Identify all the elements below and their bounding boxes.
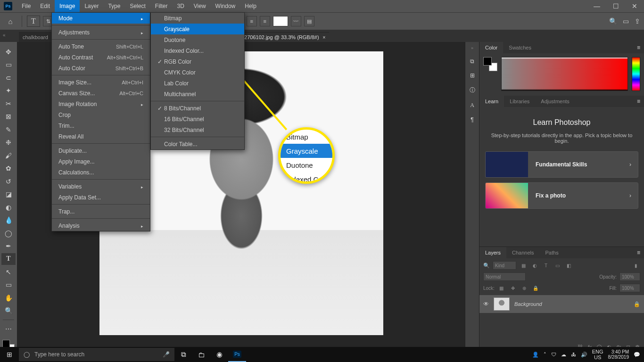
menu-reveal-all[interactable]: Reveal All [52, 131, 150, 142]
eraser-tool[interactable]: ◪ [1, 188, 16, 200]
properties-panel-icon[interactable]: ⊞ [470, 72, 475, 79]
menu-file[interactable]: File [17, 0, 35, 12]
tray-language[interactable]: ENGUS [592, 349, 603, 360]
search-icon[interactable]: 🔍 [609, 17, 617, 25]
magic-wand-tool[interactable]: ✦ [1, 84, 16, 96]
edit-toolbar[interactable]: ⋯ [1, 323, 16, 335]
lasso-tool[interactable]: ⊂ [1, 72, 16, 83]
menu-filter[interactable]: Filter [150, 0, 173, 12]
mode-32bit[interactable]: 32 Bits/Channel [151, 124, 244, 135]
menu-3d[interactable]: 3D [172, 0, 189, 12]
taskbar-search[interactable]: ◯ Type here to search 🎤 [19, 348, 174, 361]
tray-security-icon[interactable]: 🛡 [551, 352, 556, 357]
color-fgbg[interactable] [483, 57, 497, 71]
mic-icon[interactable]: 🎤 [163, 351, 170, 358]
libraries-tab[interactable]: Libraries [504, 96, 535, 107]
clone-tool[interactable]: ✿ [1, 162, 16, 174]
photoshop-taskbar-icon[interactable]: Ps [228, 347, 246, 362]
mode-bitmap[interactable]: Bitmap [151, 13, 244, 24]
mode-color-table[interactable]: Color Table... [151, 139, 244, 149]
align-right-button[interactable]: ≡ [260, 16, 270, 26]
character-panel-icon[interactable]: A [470, 102, 474, 109]
task-view-icon[interactable]: ⧉ [174, 347, 192, 362]
layers-tab[interactable]: Layers [479, 247, 506, 258]
filter-adjust-icon[interactable]: ◐ [530, 262, 539, 269]
learn-card-fixphoto[interactable]: Fix a photo › [485, 182, 638, 209]
menu-calculations[interactable]: Calculations... [52, 167, 150, 178]
menu-image[interactable]: Image [55, 0, 80, 12]
layer-row-background[interactable]: 👁 Background 🔒 [479, 295, 644, 313]
swatches-tab[interactable]: Swatches [503, 42, 537, 53]
frame-tool[interactable]: ⊠ [1, 110, 16, 122]
layer-filter-input[interactable] [493, 261, 516, 270]
color-field[interactable] [501, 57, 628, 91]
layer-thumbnail[interactable] [494, 297, 510, 311]
menu-canvas-size[interactable]: Canvas Size...Alt+Ctrl+C [52, 88, 150, 99]
mode-rgb[interactable]: ✓RGB Color [151, 56, 244, 67]
expand-dock-icon[interactable]: » [471, 46, 473, 50]
filter-toggle[interactable]: ▮ [632, 262, 640, 269]
minimize-button[interactable]: — [587, 2, 606, 10]
menu-view[interactable]: View [189, 0, 211, 12]
tray-cloud-icon[interactable]: ☁ [561, 352, 566, 358]
hand-tool[interactable]: ✋ [1, 292, 16, 304]
collapse-tabs-icon[interactable]: « [3, 33, 6, 38]
blend-mode-dd[interactable] [483, 272, 526, 281]
lock-pixels-icon[interactable]: ▦ [497, 284, 506, 292]
move-tool[interactable]: ✥ [1, 46, 16, 58]
menu-apply-data-set[interactable]: Apply Data Set... [52, 192, 150, 203]
channels-tab[interactable]: Channels [506, 247, 539, 258]
menu-help[interactable]: Help [240, 0, 261, 12]
close-tab-icon[interactable]: × [323, 35, 326, 40]
start-button[interactable]: ⊞ [0, 351, 19, 358]
tray-clock[interactable]: 3:40 PM8/28/2019 [608, 349, 629, 360]
opacity-input[interactable] [619, 272, 640, 281]
tray-up-icon[interactable]: ˄ [544, 352, 546, 358]
menu-trim[interactable]: Trim... [52, 120, 150, 131]
marquee-tool[interactable]: ▭ [1, 58, 16, 70]
maximize-button[interactable]: ☐ [606, 2, 625, 10]
menu-select[interactable]: Select [125, 0, 150, 12]
menu-duplicate[interactable]: Duplicate... [52, 145, 150, 156]
close-button[interactable]: ✕ [625, 2, 644, 10]
fill-input[interactable] [619, 284, 640, 292]
warp-text-button[interactable]: 〰 [291, 16, 301, 26]
menu-adjustments[interactable]: Adjustments [52, 27, 150, 38]
character-panel-button[interactable]: ▤ [304, 16, 314, 26]
history-brush-tool[interactable]: ↺ [1, 175, 16, 187]
type-tool[interactable]: T [1, 253, 16, 265]
menu-type[interactable]: Type [103, 0, 125, 12]
blur-tool[interactable]: 💧 [1, 214, 16, 226]
home-button[interactable]: ⌂ [4, 16, 17, 27]
file-explorer-icon[interactable]: 🗀 [192, 347, 210, 362]
menu-trap[interactable]: Trap... [52, 206, 150, 217]
mode-8bit[interactable]: ✓8 Bits/Channel [151, 103, 244, 114]
menu-window[interactable]: Window [211, 0, 240, 12]
menu-auto-contrast[interactable]: Auto ContrastAlt+Shift+Ctrl+L [52, 52, 150, 63]
mode-16bit[interactable]: 16 Bits/Channel [151, 114, 244, 124]
menu-crop[interactable]: Crop [52, 109, 150, 120]
mode-duotone[interactable]: Duotone [151, 34, 244, 45]
zoom-tool[interactable]: 🔍 [1, 305, 16, 317]
history-panel-icon[interactable]: ⧉ [470, 58, 474, 65]
share-icon[interactable]: ⇪ [635, 17, 640, 25]
learn-card-fundamental[interactable]: Fundamental Skills › [485, 151, 638, 178]
learn-tab[interactable]: Learn [479, 96, 504, 107]
filter-shape-icon[interactable]: ▭ [553, 262, 561, 269]
mode-indexed[interactable]: Indexed Color... [151, 45, 244, 56]
lock-artboard-icon[interactable]: ⊕ [520, 284, 528, 292]
tray-people-icon[interactable]: 👤 [532, 352, 539, 358]
paragraph-panel-icon[interactable]: ¶ [471, 116, 473, 123]
menu-edit[interactable]: Edit [35, 0, 55, 12]
lock-position-icon[interactable]: ✥ [509, 284, 517, 292]
healing-tool[interactable]: ❉ [1, 136, 16, 148]
adjustments-tab[interactable]: Adjustments [535, 96, 575, 107]
align-center-button[interactable]: ≡ [247, 16, 257, 26]
text-color-swatch[interactable] [273, 16, 288, 26]
mode-cmyk[interactable]: CMYK Color [151, 67, 244, 78]
filter-type-icon[interactable]: T [542, 262, 550, 269]
dodge-tool[interactable]: ◯ [1, 227, 16, 239]
color-tab[interactable]: Color [479, 42, 503, 53]
paths-tab[interactable]: Paths [540, 247, 564, 258]
eyedropper-tool[interactable]: ✎ [1, 123, 16, 135]
